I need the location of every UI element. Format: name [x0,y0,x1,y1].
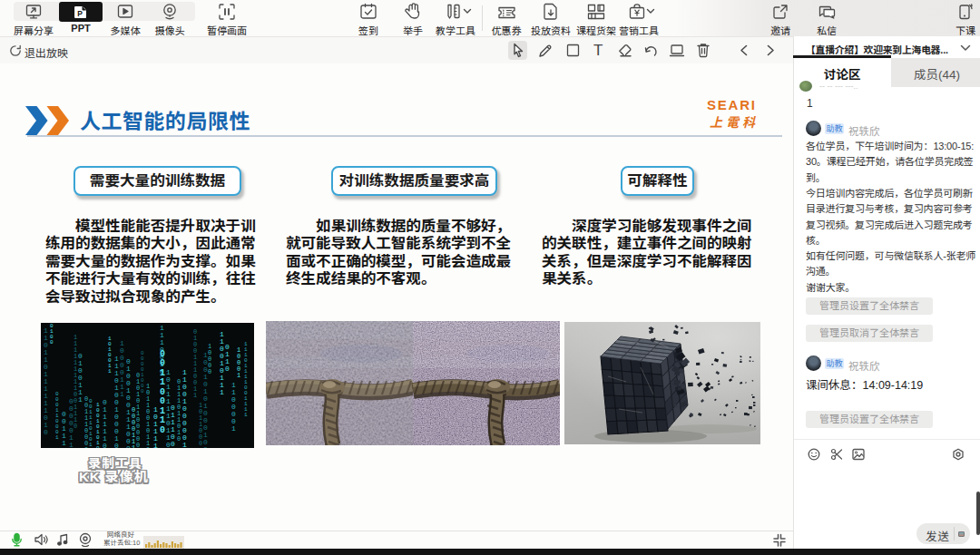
svg-text:1010011: 1010011 [108,336,112,375]
svg-text:1100001: 1100001 [231,381,236,433]
svg-text:1011000: 1011000 [199,402,202,447]
svg-text:011111011: 011111011 [103,398,107,448]
svg-text:1001010100110110: 1001010100110110 [96,402,100,448]
svg-text:0100111: 0100111 [78,352,83,404]
svg-text:001100110: 001100110 [160,349,165,435]
svg-text:10000111: 10000111 [120,339,124,398]
svg-text:0000111101100: 0000111101100 [132,406,135,448]
svg-text:0110: 0110 [225,343,230,373]
svg-text:00001000: 00001000 [141,350,144,394]
svg-text:110110111111010: 110110111111010 [44,326,48,436]
svg-text:000110001: 000110001 [55,391,59,441]
svg-text:0100100111000010: 0100100111000010 [126,357,131,448]
svg-text:P: P [77,9,83,18]
svg-text:10000: 10000 [208,343,211,375]
svg-text:01001110011: 01001110011 [193,328,197,399]
svg-text:111111111001110: 111111111001110 [74,334,77,430]
svg-text:11101111001111: 11101111001111 [244,341,248,418]
svg-text:111010010001011101: 111010010001011101 [114,355,119,448]
svg-text:001110000010011101: 001110000010011101 [84,395,88,448]
svg-text:10111101100110: 10111101100110 [153,405,158,448]
svg-text:0111011010: 0111011010 [177,378,181,443]
svg-text:110010111: 110010111 [220,330,224,396]
svg-text:0101011000001110001: 0101011000001110001 [136,372,140,448]
svg-text:001111100000100: 001111100000100 [62,410,66,448]
svg-text:100100: 100100 [50,323,54,346]
svg-text:001110101000: 001110101000 [89,398,93,448]
svg-text:011100111: 011100111 [171,404,175,448]
svg-text:10001: 10001 [237,346,240,379]
svg-text:1011001011001100110: 1011001011001100110 [146,383,150,448]
svg-text:1100100000110110000: 1100100000110110000 [182,368,187,448]
